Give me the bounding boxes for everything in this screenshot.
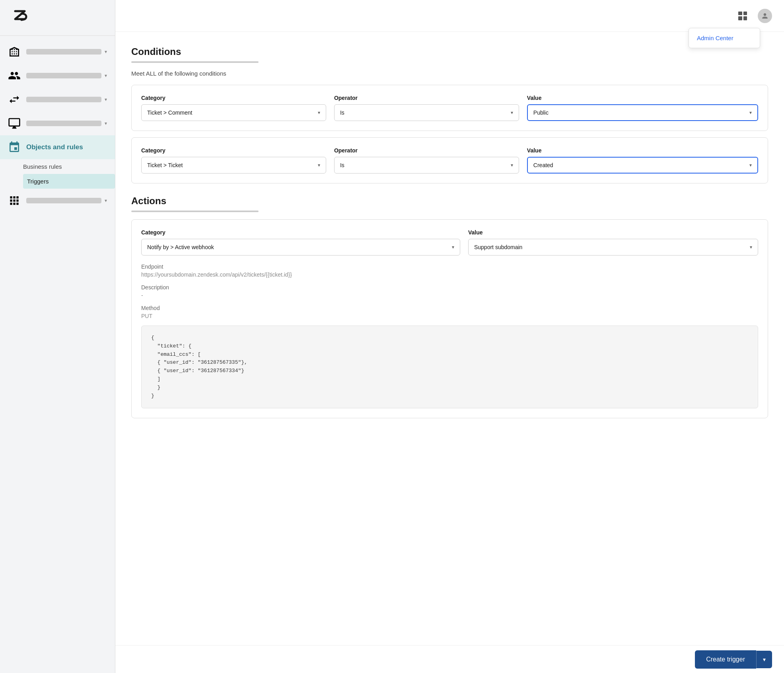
action-value: Value Support subdomain ▾ bbox=[468, 229, 758, 256]
action-value-chevron: ▾ bbox=[750, 244, 752, 250]
category-chevron-2: ▾ bbox=[318, 162, 320, 168]
action-value-select[interactable]: Support subdomain ▾ bbox=[468, 239, 758, 256]
action-category-select[interactable]: Notify by > Active webhook ▾ bbox=[141, 239, 460, 256]
endpoint-value: https://yoursubdomain.zendesk.com/api/v2… bbox=[141, 271, 758, 278]
condition-row-2: Category Ticket > Ticket ▾ Operator Is ▾ bbox=[131, 137, 768, 183]
conditions-title: Conditions bbox=[131, 46, 768, 57]
arrows-icon bbox=[8, 93, 21, 106]
description-section: Description - bbox=[141, 284, 758, 298]
content-area: Conditions Meet ALL of the following con… bbox=[115, 32, 784, 645]
nav-label-bar bbox=[26, 198, 101, 203]
sidebar-item-apps[interactable]: ▾ bbox=[0, 189, 115, 213]
category-label-2: Category bbox=[141, 147, 326, 154]
sidebar-item-building[interactable]: ▾ bbox=[0, 40, 115, 64]
operator-select-2[interactable]: Is ▾ bbox=[334, 157, 519, 174]
endpoint-section: Endpoint https://yoursubdomain.zendesk.c… bbox=[141, 263, 758, 278]
conditions-section: Conditions Meet ALL of the following con… bbox=[131, 46, 768, 183]
topbar-icons bbox=[735, 9, 772, 23]
sub-nav: Business rules Triggers bbox=[0, 159, 115, 189]
category-select-1[interactable]: Ticket > Comment ▾ bbox=[141, 104, 326, 121]
actions-divider bbox=[131, 211, 259, 212]
topbar: Admin Center bbox=[115, 0, 784, 32]
action-category-label: Category bbox=[141, 229, 460, 236]
operator-label-2: Operator bbox=[334, 147, 519, 154]
nav-label-bar bbox=[26, 97, 101, 102]
sidebar-item-people[interactable]: ▾ bbox=[0, 64, 115, 88]
action-category-chevron: ▾ bbox=[452, 244, 454, 250]
nav-chevron: ▾ bbox=[105, 97, 107, 102]
nav-chevron: ▾ bbox=[105, 73, 107, 78]
description-label: Description bbox=[141, 284, 758, 291]
sidebar-item-workspace[interactable]: ▾ bbox=[0, 111, 115, 135]
condition-2-operator: Operator Is ▾ bbox=[334, 147, 519, 174]
condition-2-value: Value Created ▾ bbox=[527, 147, 758, 174]
nav-label-bar bbox=[26, 49, 101, 55]
action-value-label: Value bbox=[468, 229, 758, 236]
objects-label: Objects and rules bbox=[26, 143, 83, 151]
value-chevron-2: ▾ bbox=[749, 162, 752, 168]
zendesk-logo bbox=[12, 8, 32, 27]
monitor-icon bbox=[8, 117, 21, 130]
condition-fields-2: Category Ticket > Ticket ▾ Operator Is ▾ bbox=[141, 147, 758, 174]
user-profile-icon[interactable] bbox=[758, 9, 772, 23]
condition-2-category: Category Ticket > Ticket ▾ bbox=[141, 147, 326, 174]
operator-chevron-2: ▾ bbox=[511, 162, 513, 168]
nav-label-bar bbox=[26, 73, 101, 78]
sidebar-item-triggers[interactable]: Triggers bbox=[23, 174, 115, 189]
admin-center-link[interactable]: Admin Center bbox=[689, 28, 760, 48]
actions-section: Actions Category Notify by > Active webh… bbox=[131, 195, 768, 418]
code-block: { "ticket": { "email_ccs": [ { "user_id"… bbox=[141, 326, 758, 408]
conditions-divider bbox=[131, 61, 259, 63]
admin-dropdown: Admin Center bbox=[689, 28, 760, 48]
people-icon bbox=[8, 69, 21, 82]
operator-select-1[interactable]: Is ▾ bbox=[334, 104, 519, 121]
action-card: Category Notify by > Active webhook ▾ Va… bbox=[131, 219, 768, 418]
value-select-1[interactable]: Public ▾ bbox=[527, 104, 758, 121]
condition-1-category: Category Ticket > Comment ▾ bbox=[141, 95, 326, 121]
create-trigger-dropdown-button[interactable]: ▾ bbox=[756, 651, 772, 668]
building-icon bbox=[8, 45, 21, 58]
method-label: Method bbox=[141, 305, 758, 311]
main-content: Admin Center Conditions Meet ALL of the … bbox=[115, 0, 784, 673]
category-select-2[interactable]: Ticket > Ticket ▾ bbox=[141, 157, 326, 174]
nav-items: ▾ ▾ ▾ ▾ bbox=[0, 36, 115, 673]
conditions-subtitle: Meet ALL of the following conditions bbox=[131, 70, 768, 77]
bottom-bar: Create trigger ▾ bbox=[115, 645, 784, 673]
condition-1-operator: Operator Is ▾ bbox=[334, 95, 519, 121]
objects-icon bbox=[8, 141, 21, 154]
value-chevron-1: ▾ bbox=[749, 110, 752, 115]
nav-label-bar bbox=[26, 121, 101, 126]
nav-chevron: ▾ bbox=[105, 198, 107, 203]
logo-area bbox=[0, 0, 115, 36]
create-trigger-button[interactable]: Create trigger bbox=[695, 650, 756, 669]
condition-fields-1: Category Ticket > Comment ▾ Operator Is … bbox=[141, 95, 758, 121]
value-label-2: Value bbox=[527, 147, 758, 154]
nav-chevron: ▾ bbox=[105, 121, 107, 126]
condition-row-1: Category Ticket > Comment ▾ Operator Is … bbox=[131, 85, 768, 131]
action-category: Category Notify by > Active webhook ▾ bbox=[141, 229, 460, 256]
grid-apps-icon[interactable] bbox=[735, 9, 750, 23]
apps-icon bbox=[8, 194, 21, 207]
category-chevron-1: ▾ bbox=[318, 110, 320, 115]
endpoint-label: Endpoint bbox=[141, 263, 758, 270]
operator-chevron-1: ▾ bbox=[511, 110, 513, 115]
sidebar-item-objects[interactable]: Objects and rules bbox=[0, 135, 115, 159]
chevron-down-icon: ▾ bbox=[763, 656, 766, 663]
nav-chevron: ▾ bbox=[105, 49, 107, 55]
actions-title: Actions bbox=[131, 195, 768, 207]
sidebar: ▾ ▾ ▾ ▾ bbox=[0, 0, 115, 673]
operator-label-1: Operator bbox=[334, 95, 519, 101]
sidebar-item-business-rules[interactable]: Business rules bbox=[23, 159, 115, 174]
action-row: Category Notify by > Active webhook ▾ Va… bbox=[141, 229, 758, 256]
description-value: - bbox=[141, 292, 758, 298]
condition-1-value: Value Public ▾ bbox=[527, 95, 758, 121]
value-label-1: Value bbox=[527, 95, 758, 101]
method-value: PUT bbox=[141, 313, 758, 319]
value-select-2[interactable]: Created ▾ bbox=[527, 157, 758, 174]
sidebar-item-channels[interactable]: ▾ bbox=[0, 88, 115, 111]
category-label-1: Category bbox=[141, 95, 326, 101]
method-section: Method PUT bbox=[141, 305, 758, 319]
